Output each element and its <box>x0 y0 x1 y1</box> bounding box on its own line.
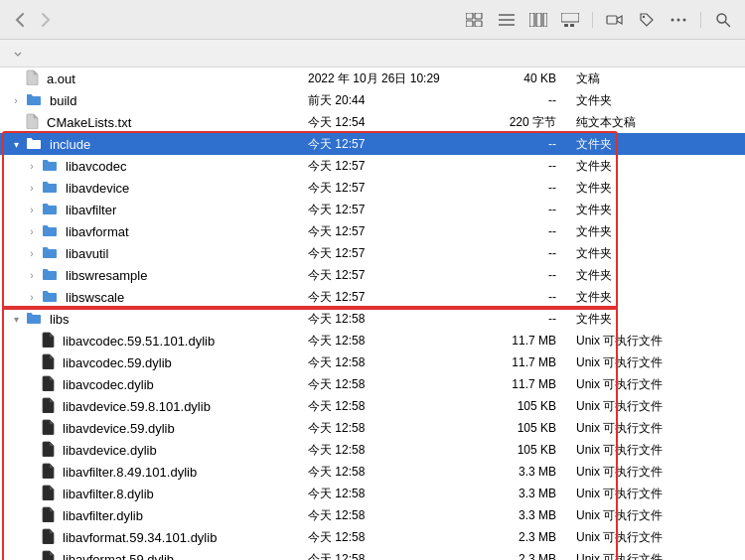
svg-point-14 <box>643 15 645 17</box>
view-gallery-icon[interactable] <box>558 8 582 32</box>
file-date: 今天 12:58 <box>308 333 467 350</box>
list-item[interactable]: ▾ libs 今天 12:58 -- 文件夹 <box>0 308 745 330</box>
file-kind: Unix 可执行文件 <box>556 464 675 481</box>
file-type-icon <box>42 202 58 218</box>
file-date: 今天 12:58 <box>308 442 467 459</box>
file-list: a.out 2022 年 10月 26日 10:29 40 KB 文稿 › bu… <box>0 68 745 560</box>
list-item[interactable]: › libavdevice 今天 12:57 -- 文件夹 <box>0 177 745 199</box>
expand-chevron[interactable]: ▾ <box>10 313 22 325</box>
file-name: libavdevice.59.dylib <box>10 419 308 438</box>
list-item[interactable]: ▾ include 今天 12:57 -- 文件夹 <box>0 133 745 155</box>
file-size: 105 KB <box>467 399 556 413</box>
file-date: 今天 12:58 <box>308 464 467 481</box>
file-type-icon <box>42 397 55 416</box>
expand-chevron[interactable]: › <box>26 160 38 172</box>
expand-chevron[interactable]: › <box>26 291 38 303</box>
list-item[interactable]: libavcodec.dylib 今天 12:58 11.7 MB Unix 可… <box>0 373 745 395</box>
file-date: 前天 20:44 <box>308 92 467 109</box>
list-item[interactable]: libavcodec.59.51.101.dylib 今天 12:58 11.7… <box>0 330 745 351</box>
file-type-icon <box>42 289 58 306</box>
file-size: 11.7 MB <box>467 377 556 391</box>
list-item[interactable]: a.out 2022 年 10月 26日 10:29 40 KB 文稿 <box>0 68 745 89</box>
file-name: libavformat.59.34.101.dylib <box>10 528 308 547</box>
list-item[interactable]: libavdevice.dylib 今天 12:58 105 KB Unix 可… <box>0 439 745 461</box>
file-size: 2.3 MB <box>467 552 556 560</box>
file-name: ▾ libs <box>10 311 308 328</box>
list-item[interactable]: › libswresample 今天 12:57 -- 文件夹 <box>0 264 745 286</box>
expand-chevron[interactable]: ▾ <box>10 138 22 150</box>
file-name-text: libavfilter.8.49.101.dylib <box>63 465 197 480</box>
list-item[interactable]: libavformat.59.34.101.dylib 今天 12:58 2.3… <box>0 526 745 548</box>
file-name: › libswscale <box>10 289 308 306</box>
list-item[interactable]: › libavcodec 今天 12:57 -- 文件夹 <box>0 155 745 177</box>
file-kind: Unix 可执行文件 <box>556 398 675 415</box>
file-name: a.out <box>10 70 308 88</box>
file-name-text: libavformat.59.34.101.dylib <box>63 530 217 545</box>
list-item[interactable]: › libavfilter 今天 12:57 -- 文件夹 <box>0 199 745 220</box>
file-date: 今天 12:57 <box>308 180 467 197</box>
expand-chevron[interactable]: › <box>26 269 38 281</box>
svg-rect-10 <box>561 13 579 22</box>
list-item[interactable]: › libswscale 今天 12:57 -- 文件夹 <box>0 286 745 308</box>
action-icon[interactable] <box>603 8 627 32</box>
file-name: › libswresample <box>10 267 308 284</box>
file-date: 今天 12:58 <box>308 354 467 371</box>
list-item[interactable]: libavformat.59.dylib 今天 12:58 2.3 MB Uni… <box>0 548 745 560</box>
list-item[interactable]: › libavformat 今天 12:57 -- 文件夹 <box>0 220 745 242</box>
file-size: -- <box>467 268 556 282</box>
list-item[interactable]: libavfilter.8.49.101.dylib 今天 12:58 3.3 … <box>0 461 745 483</box>
file-name-text: CMakeLists.txt <box>47 115 131 130</box>
file-type-icon <box>42 550 55 561</box>
file-size: -- <box>467 159 556 173</box>
list-item[interactable]: libavfilter.dylib 今天 12:58 3.3 MB Unix 可… <box>0 504 745 526</box>
file-date: 今天 12:58 <box>308 398 467 415</box>
file-type-icon <box>42 332 55 350</box>
tag-icon[interactable] <box>635 8 659 32</box>
more-icon[interactable] <box>667 8 690 32</box>
expand-chevron[interactable]: › <box>26 225 38 237</box>
col-name-header[interactable] <box>10 50 308 58</box>
file-kind: 文件夹 <box>556 289 675 306</box>
file-name: libavcodec.59.dylib <box>10 353 308 372</box>
view-list-icon[interactable] <box>495 8 519 32</box>
file-type-icon <box>42 506 55 525</box>
expand-chevron[interactable]: › <box>26 182 38 194</box>
list-item[interactable]: libavfilter.8.dylib 今天 12:58 3.3 MB Unix… <box>0 483 745 504</box>
list-item[interactable]: CMakeLists.txt 今天 12:54 220 字节 纯文本文稿 <box>0 111 745 133</box>
view-columns-icon[interactable] <box>526 8 550 32</box>
list-item[interactable]: libavdevice.59.8.101.dylib 今天 12:58 105 … <box>0 395 745 417</box>
file-name: › libavdevice <box>10 180 308 197</box>
file-date: 今天 12:57 <box>308 158 467 175</box>
back-button[interactable] <box>10 10 30 30</box>
expand-chevron[interactable]: › <box>10 94 22 106</box>
forward-button[interactable] <box>36 10 56 30</box>
search-icon[interactable] <box>711 8 735 32</box>
svg-point-16 <box>677 18 680 21</box>
expand-chevron[interactable]: › <box>26 247 38 259</box>
file-date: 今天 12:58 <box>308 529 467 546</box>
file-size: -- <box>467 137 556 151</box>
file-kind: 文件夹 <box>556 267 675 284</box>
file-date: 今天 12:58 <box>308 486 467 502</box>
expand-chevron[interactable]: › <box>26 204 38 215</box>
list-item[interactable]: › libavutil 今天 12:57 -- 文件夹 <box>0 242 745 264</box>
file-type-icon <box>42 463 55 482</box>
file-type-icon <box>42 441 55 460</box>
file-name-text: libavcodec.59.51.101.dylib <box>63 334 215 349</box>
file-kind: Unix 可执行文件 <box>556 376 675 393</box>
file-size: 3.3 MB <box>467 487 556 500</box>
file-size: -- <box>467 224 556 238</box>
list-item[interactable]: › build 前天 20:44 -- 文件夹 <box>0 89 745 111</box>
list-item[interactable]: libavdevice.59.dylib 今天 12:58 105 KB Uni… <box>0 417 745 439</box>
file-size: 2.3 MB <box>467 530 556 544</box>
list-item[interactable]: libavcodec.59.dylib 今天 12:58 11.7 MB Uni… <box>0 351 745 373</box>
file-size: -- <box>467 93 556 107</box>
file-name-text: libavfilter.dylib <box>63 508 143 523</box>
titlebar <box>0 0 745 40</box>
file-name-text: libavfilter <box>66 203 116 217</box>
svg-rect-9 <box>543 13 547 27</box>
file-date: 2022 年 10月 26日 10:29 <box>308 70 467 87</box>
view-grid-icon[interactable] <box>463 8 487 32</box>
file-kind: Unix 可执行文件 <box>556 442 675 459</box>
file-kind: 文件夹 <box>556 158 675 175</box>
